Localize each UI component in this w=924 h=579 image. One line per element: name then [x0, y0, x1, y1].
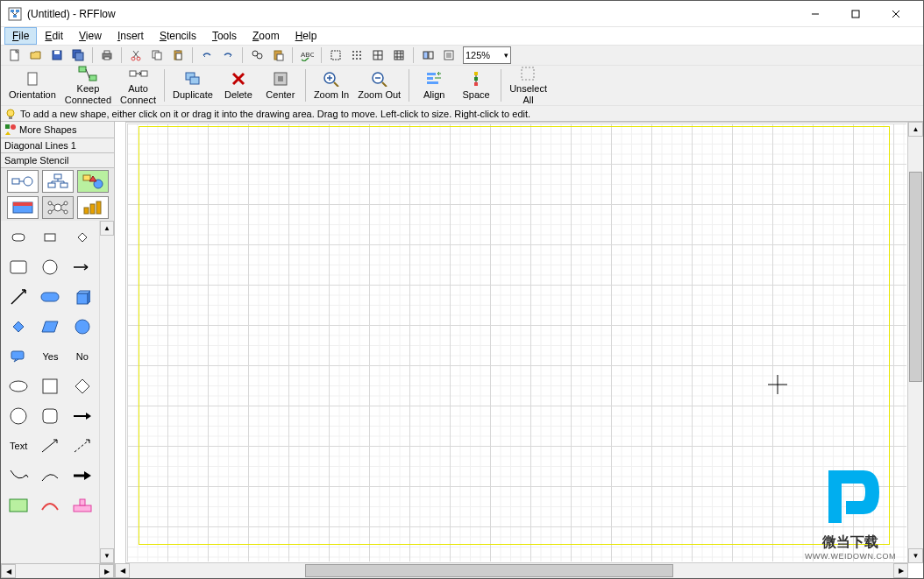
shape-red-triangle[interactable] — [36, 492, 64, 519]
zoom-out-button[interactable]: Zoom Out — [353, 67, 405, 103]
menu-stencils[interactable]: Stencils — [152, 27, 204, 45]
stencil-tab-orgchart[interactable] — [42, 170, 74, 193]
space-button[interactable]: Space — [455, 67, 497, 103]
stencil-tab-cards[interactable] — [7, 196, 39, 219]
scroll-thumb[interactable] — [909, 172, 922, 382]
close-button[interactable] — [876, 1, 916, 27]
menu-insert[interactable]: Insert — [110, 27, 152, 45]
scroll-track[interactable] — [130, 563, 893, 578]
drawing-canvas[interactable] — [125, 122, 908, 563]
find-button[interactable] — [247, 46, 267, 64]
zoom-select[interactable]: 125% ▾ — [463, 46, 511, 64]
menu-tools[interactable]: Tools — [204, 27, 245, 45]
shape-text-label[interactable]: Text — [4, 433, 32, 459]
duplicate-button[interactable]: Duplicate — [168, 67, 217, 103]
shape-curve2[interactable] — [36, 462, 64, 489]
shape-arrow-bold[interactable] — [68, 462, 96, 489]
shape-parallelogram[interactable] — [36, 314, 64, 340]
maximize-button[interactable] — [835, 1, 876, 27]
svg-line-112 — [52, 209, 54, 211]
shape-small-rect2[interactable] — [36, 224, 64, 251]
menu-edit[interactable]: Edit — [37, 27, 71, 45]
scroll-down-button[interactable]: ▼ — [908, 548, 923, 563]
shape-rounded-square[interactable] — [36, 403, 64, 429]
shape-square[interactable] — [36, 373, 64, 399]
center-button[interactable]: Center — [259, 67, 302, 103]
shape-small-rect[interactable] — [4, 224, 32, 251]
print-button[interactable] — [97, 46, 117, 64]
zoom-in-button[interactable]: Zoom In — [309, 67, 353, 103]
shape-circle[interactable] — [36, 254, 64, 280]
shape-arrow-dashed[interactable] — [68, 433, 96, 459]
scroll-right-button[interactable]: ▶ — [99, 564, 114, 578]
flip-button[interactable] — [418, 46, 437, 64]
stencil-diagonal-lines[interactable]: Diagonal Lines 1 — [1, 138, 114, 153]
scroll-right-button[interactable]: ▶ — [893, 563, 908, 578]
shape-ellipse2[interactable] — [4, 373, 32, 399]
undo-button[interactable] — [197, 46, 217, 64]
scroll-track[interactable] — [100, 236, 114, 548]
scroll-left-button[interactable]: ◀ — [1, 564, 16, 578]
shape-ellipse-blue[interactable] — [68, 314, 96, 340]
stencil-tab-network[interactable] — [42, 196, 74, 219]
menu-help[interactable]: Help — [288, 27, 325, 45]
open-button[interactable] — [26, 46, 46, 64]
shape-arrow-right[interactable] — [68, 254, 96, 280]
grid-button[interactable] — [368, 46, 387, 64]
redo-button[interactable] — [218, 46, 238, 64]
shape-cube-blue[interactable] — [68, 284, 96, 310]
shape-arrow-right2[interactable] — [68, 403, 96, 429]
more-shapes-button[interactable]: More Shapes — [1, 122, 114, 138]
save-all-button[interactable] — [68, 46, 88, 64]
unselect-all-button[interactable]: UnselectAll — [505, 67, 551, 103]
scroll-down-button[interactable]: ▼ — [100, 548, 114, 563]
delete-button[interactable]: Delete — [217, 67, 259, 103]
spellcheck-button[interactable]: ABC — [297, 46, 316, 64]
canvas-vscroll[interactable]: ▲ ▼ — [908, 122, 923, 563]
select-button[interactable] — [326, 46, 345, 64]
scroll-track[interactable] — [908, 137, 923, 548]
orientation-button[interactable]: Orientation — [4, 67, 60, 103]
paste-special-button[interactable] — [268, 46, 288, 64]
shape-rounded-rect[interactable] — [4, 254, 32, 280]
shape-curve1[interactable] — [4, 462, 32, 489]
save-button[interactable] — [47, 46, 67, 64]
snap-button[interactable] — [347, 46, 366, 64]
scroll-left-button[interactable]: ◀ — [115, 563, 130, 578]
grid2-button[interactable] — [389, 46, 409, 64]
auto-connect-button[interactable]: AutoConnect — [116, 67, 160, 103]
shape-diamond-blue[interactable] — [4, 314, 32, 340]
align-button[interactable]: Align — [413, 67, 455, 103]
keep-connected-button[interactable]: KeepConnected — [60, 67, 116, 103]
shape-diamond2[interactable] — [68, 373, 96, 399]
properties-button[interactable] — [439, 46, 458, 64]
menu-zoom[interactable]: Zoom — [245, 27, 288, 45]
shape-arrow-thin[interactable] — [36, 433, 64, 459]
canvas-hscroll[interactable]: ◀ ▶ — [115, 563, 908, 578]
cut-button[interactable] — [126, 46, 146, 64]
shape-circle2[interactable] — [4, 403, 32, 429]
paste-button[interactable] — [168, 46, 188, 64]
stencil-tab-shapes[interactable] — [77, 170, 109, 193]
palette-scrollbar[interactable]: ▲ ▼ — [99, 221, 114, 563]
shape-yes-label[interactable]: Yes — [36, 343, 64, 370]
shape-pill-blue[interactable] — [36, 284, 64, 310]
copy-button[interactable] — [147, 46, 167, 64]
shape-green-rect[interactable] — [4, 492, 32, 519]
shape-small-diamond[interactable] — [68, 224, 96, 251]
stencil-tab-bars[interactable] — [77, 196, 109, 219]
menu-file[interactable]: File — [4, 27, 37, 45]
scroll-up-button[interactable]: ▲ — [100, 221, 114, 236]
stencil-sample[interactable]: Sample Stencil — [1, 153, 114, 168]
palette-hscroll[interactable]: ◀ ▶ — [1, 563, 114, 578]
new-button[interactable] — [5, 46, 25, 64]
shape-no-label[interactable]: No — [68, 343, 96, 370]
shape-arrow-up[interactable] — [4, 284, 32, 310]
scroll-thumb[interactable] — [305, 564, 673, 577]
shape-pink-t[interactable] — [68, 492, 96, 519]
menu-view[interactable]: View — [71, 27, 110, 45]
minimize-button[interactable] — [795, 1, 835, 27]
shape-callout[interactable] — [4, 343, 32, 370]
scroll-up-button[interactable]: ▲ — [908, 122, 923, 137]
stencil-tab-flowchart[interactable] — [7, 170, 39, 193]
